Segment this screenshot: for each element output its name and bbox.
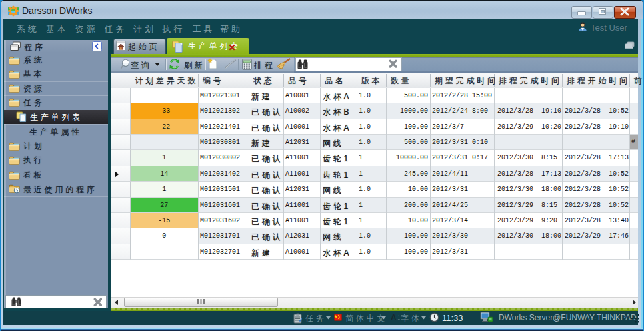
svg-text:A: A (391, 313, 397, 322)
